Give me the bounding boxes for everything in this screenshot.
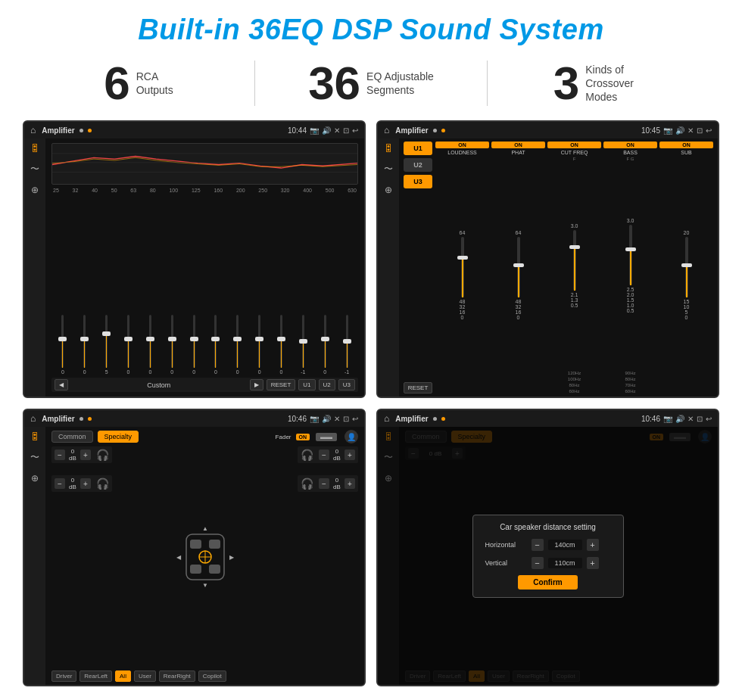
cr-ch-sub: ON SUB 20 15 10 5 0 (659, 142, 713, 394)
fader-minus-rr[interactable]: − (319, 478, 329, 489)
dist-plus-v[interactable]: + (587, 557, 599, 569)
eq-slider-0[interactable]: 0 (53, 315, 73, 375)
eq-slider-10[interactable]: 0 (272, 315, 292, 375)
balance-icon-2[interactable]: ⊕ (385, 185, 392, 195)
fader-vol-rr: 🎧 − 0 dB + (298, 475, 358, 492)
fader-rearleft-btn[interactable]: RearLeft (80, 670, 112, 682)
eq-icon-2[interactable]: 🎛 (384, 143, 393, 154)
back-icon-2[interactable]: ↩ (706, 126, 712, 135)
dist-minus-v[interactable]: − (532, 557, 544, 569)
status-icons-1: 📷 🔊 ✕ ⊡ ↩ (310, 126, 358, 135)
fader-copilot-btn[interactable]: Copilot (198, 670, 226, 682)
balance-icon-1[interactable]: ⊕ (31, 185, 39, 195)
back-icon-4[interactable]: ↩ (706, 415, 712, 423)
dot-orange-4 (441, 417, 445, 421)
cr-track-phat[interactable] (517, 237, 520, 297)
home-icon-1[interactable]: ⌂ (30, 125, 36, 135)
back-icon-3[interactable]: ↩ (352, 415, 358, 423)
home-icon-2[interactable]: ⌂ (384, 125, 389, 135)
eq-slider-11[interactable]: -1 (293, 315, 313, 375)
close-icon-1[interactable]: ✕ (334, 126, 340, 135)
eq-reset-btn[interactable]: RESET (267, 379, 296, 390)
eq-next-btn[interactable]: ▶ (250, 379, 263, 390)
fader-plus-rr[interactable]: + (344, 478, 355, 489)
fader-user-btn[interactable]: User (134, 670, 156, 682)
dist-row-vertical: Vertical − 110cm + (485, 557, 611, 569)
fader-val-rl: 0 dB (68, 477, 77, 490)
eq-slider-7[interactable]: 0 (206, 315, 226, 375)
dist-minus-h[interactable]: − (532, 539, 544, 551)
cr-u1-btn[interactable]: U1 (404, 142, 432, 155)
cr-on-sub[interactable]: ON (659, 142, 713, 148)
fader-minus-fr[interactable]: − (319, 450, 329, 460)
home-icon-3[interactable]: ⌂ (30, 413, 36, 424)
wave-icon-1[interactable]: 〜 (30, 163, 39, 176)
cr-track-cutfreq[interactable] (573, 230, 576, 291)
eq-u2-btn[interactable]: U2 (319, 379, 335, 390)
balance-icon-3[interactable]: ⊕ (31, 473, 39, 484)
home-icon-4[interactable]: ⌂ (384, 413, 389, 424)
fader-plus-fr[interactable]: + (344, 450, 355, 460)
confirm-button[interactable]: Confirm (518, 575, 577, 590)
cr-track-loudness[interactable] (461, 237, 464, 297)
back-icon-1[interactable]: ↩ (352, 126, 358, 135)
fader-plus-fl[interactable]: + (80, 450, 91, 460)
dist-plus-h[interactable]: + (587, 539, 599, 551)
eq-slider-3[interactable]: 0 (119, 315, 139, 375)
cr-name-bass: BASS (623, 150, 638, 155)
fader-minus-rl[interactable]: − (55, 478, 65, 489)
stat-eq: 36 EQ AdjustableSegments (255, 60, 487, 107)
eq-slider-4[interactable]: 0 (140, 315, 160, 375)
fader-driver-btn[interactable]: Driver (51, 670, 76, 682)
cr-on-bass[interactable]: ON (603, 142, 657, 148)
cr-on-loudness[interactable]: ON (435, 142, 489, 148)
fader-all-btn[interactable]: All (115, 670, 131, 682)
cr-u3-btn[interactable]: U3 (404, 175, 432, 188)
eq-u3-btn[interactable]: U3 (338, 379, 355, 390)
freq-630: 630 (348, 188, 357, 193)
cr-track-sub[interactable] (685, 237, 688, 297)
crossover-main: U1 U2 U3 RESET ON LOUDNESS 64 (399, 138, 718, 397)
cr-u2-btn[interactable]: U2 (404, 158, 432, 172)
window-icon-3[interactable]: ⊡ (343, 415, 349, 423)
fader-rearright-btn[interactable]: RearRight (159, 670, 195, 682)
fader-slider-toggle[interactable]: ▬▬ (316, 433, 337, 441)
fader-tab-specialty[interactable]: Specialty (98, 431, 139, 443)
eq-track-7 (214, 315, 217, 368)
freq-250: 250 (258, 188, 267, 193)
eq-slider-2[interactable]: 5 (97, 315, 117, 375)
wave-icon-2[interactable]: 〜 (384, 163, 393, 176)
eq-slider-1[interactable]: 0 (75, 315, 95, 375)
eq-slider-8[interactable]: 0 (228, 315, 248, 375)
eq-slider-5[interactable]: 0 (162, 315, 182, 375)
eq-prev-btn[interactable]: ◀ (55, 379, 68, 390)
cr-reset-btn[interactable]: RESET (404, 382, 432, 394)
wave-icon-3[interactable]: 〜 (30, 451, 39, 464)
eq-icon-1[interactable]: 🎛 (30, 143, 39, 154)
window-icon-1[interactable]: ⊡ (343, 126, 349, 135)
cr-on-cutfreq[interactable]: ON (547, 142, 601, 148)
status-bar-4: ⌂ Amplifier 10:46 📷 🔊 ✕ ⊡ ↩ (378, 410, 718, 427)
eq-slider-6[interactable]: 0 (184, 315, 204, 375)
close-icon-2[interactable]: ✕ (687, 126, 694, 135)
screen2-content: 🎛 〜 ⊕ U1 U2 U3 RESET ON LO (378, 138, 718, 397)
cr-track-bass[interactable] (629, 225, 632, 285)
eq-slider-9[interactable]: 0 (250, 315, 270, 375)
fader-minus-fl[interactable]: − (55, 450, 65, 460)
close-icon-3[interactable]: ✕ (334, 415, 340, 423)
window-icon-2[interactable]: ⊡ (697, 126, 703, 135)
eq-u1-btn[interactable]: U1 (298, 379, 315, 390)
fader-tab-common[interactable]: Common (51, 431, 93, 443)
fader-plus-rl[interactable]: + (80, 478, 91, 489)
eq-slider-13[interactable]: -1 (337, 315, 357, 375)
dot-1 (80, 129, 83, 132)
fader-controls-right: 🎧 − 0 dB + 🎧 − 0 dB + (298, 446, 358, 667)
window-icon-4[interactable]: ⊡ (697, 415, 703, 423)
eq-icon-3[interactable]: 🎛 (30, 431, 39, 442)
close-icon-4[interactable]: ✕ (687, 415, 694, 423)
eq-slider-12[interactable]: 0 (315, 315, 335, 375)
cr-on-phat[interactable]: ON (491, 142, 545, 148)
cr-sub-cutfreq: F (573, 157, 576, 161)
screen1-title: Amplifier (42, 126, 74, 135)
fader-person-icon[interactable]: 👤 (344, 430, 358, 443)
